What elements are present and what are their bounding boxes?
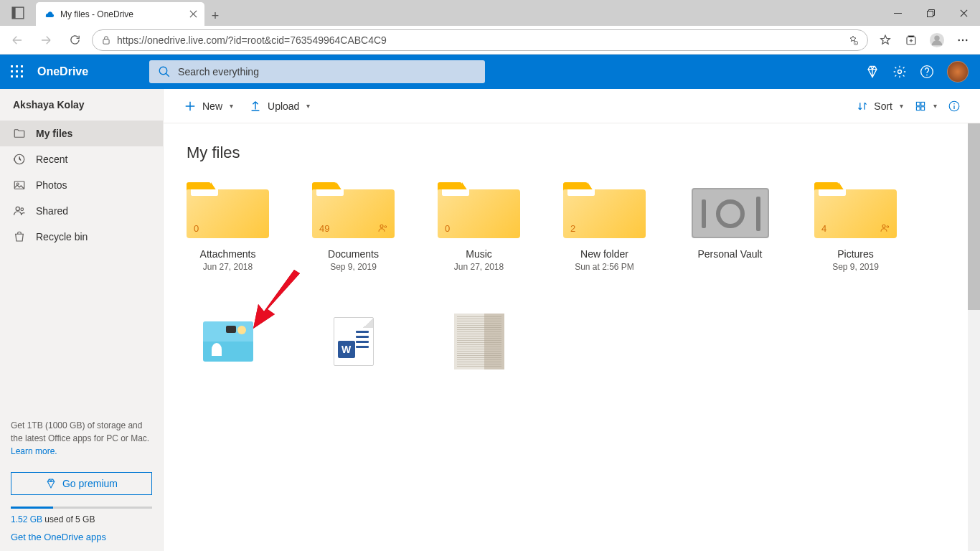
new-tab-button[interactable]: +: [204, 9, 226, 26]
app-launcher-button[interactable]: [0, 65, 34, 78]
toolbar: New ▾ Upload ▾ Sort ▾ ▾: [164, 89, 980, 123]
address-bar: https://onedrive.live.com/?id=root&cid=7…: [0, 26, 980, 55]
info-icon[interactable]: [948, 100, 960, 112]
folder-item[interactable]: 4 Pictures Sep 9, 2019: [814, 182, 897, 272]
svg-rect-19: [16, 75, 18, 77]
browser-tab[interactable]: My files - OneDrive: [36, 2, 204, 26]
tracking-icon[interactable]: +: [847, 34, 859, 46]
folder-count: 2: [570, 223, 575, 234]
search-input[interactable]: Search everything: [149, 60, 485, 83]
file-item[interactable]: [187, 315, 269, 378]
nav-shared[interactable]: Shared: [0, 198, 163, 224]
menu-button[interactable]: [951, 29, 974, 52]
favorites-button[interactable]: [874, 29, 897, 52]
storage-text: 1.52 GB used of 5 GB: [0, 514, 163, 532]
item-date: Sun at 2:56 PM: [575, 262, 634, 272]
profile-button[interactable]: [925, 29, 948, 52]
folder-count: 49: [319, 223, 329, 234]
help-icon[interactable]: [920, 65, 934, 79]
diamond-icon: [45, 478, 57, 489]
folder-icon: 49: [312, 182, 395, 238]
nav-label: Recycle bin: [36, 231, 88, 242]
trash-icon: [13, 230, 26, 243]
svg-rect-14: [21, 65, 23, 67]
tab-close-icon[interactable]: [189, 9, 197, 20]
svg-rect-13: [16, 65, 18, 67]
folder-icon: [13, 127, 26, 140]
onedrive-favicon-icon: [43, 9, 55, 20]
learn-more-link[interactable]: Learn more.: [11, 446, 57, 456]
lock-icon: [101, 35, 111, 45]
folder-count: 0: [445, 223, 450, 234]
folder-count: 4: [821, 223, 826, 234]
get-apps-link[interactable]: Get the OneDrive apps: [11, 532, 106, 542]
image-thumbnail: [454, 315, 504, 368]
brand-label[interactable]: OneDrive: [34, 65, 88, 78]
folder-icon: 2: [563, 182, 646, 238]
file-item[interactable]: W: [312, 315, 395, 378]
forward-button[interactable]: [34, 29, 57, 52]
refresh-button[interactable]: [63, 29, 86, 52]
tab-actions-icon[interactable]: [0, 0, 36, 26]
svg-rect-16: [16, 70, 18, 72]
go-premium-button[interactable]: Go premium: [11, 472, 152, 495]
item-name: New folder: [580, 248, 628, 260]
shared-icon: [377, 222, 389, 234]
vault-item[interactable]: Personal Vault: [689, 182, 771, 272]
close-window-button[interactable]: [947, 0, 980, 26]
upload-button[interactable]: Upload ▾: [249, 100, 310, 113]
back-button[interactable]: [6, 29, 29, 52]
svg-point-37: [385, 226, 387, 228]
svg-rect-17: [21, 70, 23, 72]
plus-icon: [184, 100, 197, 113]
svg-rect-32: [916, 106, 920, 110]
premium-icon[interactable]: [865, 65, 880, 79]
new-button[interactable]: New ▾: [184, 100, 233, 113]
folder-item[interactable]: 49 Documents Sep 9, 2019: [312, 182, 395, 272]
upload-icon: [249, 100, 262, 113]
chevron-down-icon: ▾: [933, 102, 937, 110]
item-name: Attachments: [200, 248, 256, 260]
settings-icon[interactable]: [892, 65, 907, 79]
word-doc-icon: W: [329, 315, 379, 368]
url-input[interactable]: https://onedrive.live.com/?id=root&cid=7…: [92, 29, 868, 51]
nav-label: Recent: [36, 154, 67, 165]
folder-icon: 4: [814, 182, 897, 238]
waffle-icon: [11, 65, 24, 78]
folder-icon: 0: [438, 182, 520, 238]
content-area: New ▾ Upload ▾ Sort ▾ ▾: [164, 89, 980, 551]
maximize-button[interactable]: [914, 0, 947, 26]
svg-point-29: [21, 208, 24, 211]
user-name: Akshaya Kolay: [0, 89, 163, 121]
promo-text: Get 1TB (1000 GB) of storage and the lat…: [0, 410, 163, 466]
sort-button[interactable]: Sort ▾: [857, 100, 903, 112]
nav-my-files[interactable]: My files: [0, 121, 163, 146]
item-name: Music: [466, 248, 492, 260]
svg-point-9: [958, 39, 960, 40]
svg-rect-33: [921, 106, 925, 110]
page-title: My files: [187, 143, 957, 162]
nav-recent[interactable]: Recent: [0, 146, 163, 172]
folder-item[interactable]: 0 Attachments Jun 27, 2018: [187, 182, 269, 272]
minimize-button[interactable]: [881, 0, 914, 26]
item-name: Personal Vault: [697, 248, 762, 260]
svg-point-21: [159, 67, 167, 75]
folder-item[interactable]: 2 New folder Sun at 2:56 PM: [563, 182, 646, 272]
svg-rect-12: [11, 65, 13, 67]
nav-photos[interactable]: Photos: [0, 172, 163, 198]
collections-button[interactable]: [900, 29, 923, 52]
sidebar: Akshaya Kolay My files Recent Photos Sha…: [0, 89, 164, 551]
user-avatar[interactable]: [947, 61, 969, 83]
view-button[interactable]: ▾: [915, 100, 937, 112]
nav-recycle-bin[interactable]: Recycle bin: [0, 224, 163, 250]
folder-item[interactable]: 0 Music Jun 27, 2018: [438, 182, 520, 272]
svg-rect-30: [916, 102, 920, 105]
scrollbar[interactable]: [968, 123, 980, 551]
page-body: My files 0 Attachments Jun 27, 201849 Do…: [164, 123, 980, 398]
chevron-down-icon: ▾: [230, 102, 233, 110]
svg-rect-31: [921, 102, 925, 105]
file-item[interactable]: [438, 315, 520, 378]
folder-count: 0: [194, 223, 199, 234]
nav-label: Photos: [36, 179, 67, 191]
svg-rect-15: [11, 70, 13, 72]
